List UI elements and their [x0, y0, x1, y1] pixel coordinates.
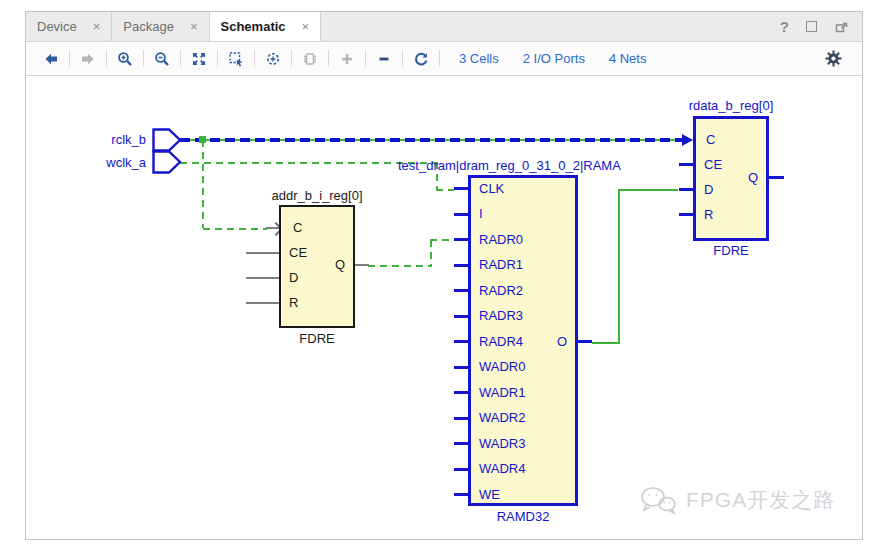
- help-icon[interactable]: ?: [780, 18, 789, 35]
- close-icon[interactable]: ×: [302, 20, 310, 33]
- maximize-icon[interactable]: [806, 21, 817, 32]
- cell-name-label: test_dram|dram_reg_0_31_0_2|RAMA: [398, 158, 621, 173]
- tab-package-label: Package: [123, 19, 174, 34]
- zoom-in-icon[interactable]: [110, 47, 140, 71]
- tab-package[interactable]: Package ×: [112, 12, 209, 41]
- nets-count: 4 Nets: [609, 51, 647, 66]
- forward-icon[interactable]: [73, 47, 103, 71]
- close-icon[interactable]: ×: [190, 20, 198, 33]
- pin-label: RADR3: [479, 308, 523, 323]
- toolbar-separator: [106, 50, 107, 67]
- watermark: FPGA开发之路: [638, 484, 835, 516]
- toolbar-separator: [180, 50, 181, 67]
- back-icon[interactable]: [36, 47, 66, 71]
- toolbar-separator: [143, 50, 144, 67]
- pin-label: WADR4: [479, 461, 525, 476]
- screenshot-root: Device × Package × Schematic × ?: [0, 0, 878, 546]
- net-rclk-b-branch-h[interactable]: [203, 228, 267, 230]
- pin-stub: [454, 238, 468, 241]
- toolbar-separator: [365, 50, 366, 67]
- input-port-icon-rclk-b[interactable]: [152, 128, 182, 152]
- cell-ram-rama[interactable]: CLK I RADR0 RADR1 RADR2 RADR3 RADR4 WADR…: [468, 175, 578, 506]
- pin-stub: [454, 340, 468, 343]
- net-junction: [199, 136, 206, 143]
- schematic-canvas[interactable]: rclk_b wclk_a C CE D R Q: [26, 76, 862, 539]
- pin-label: C: [706, 132, 715, 147]
- toolbar-separator: [402, 50, 403, 67]
- remove-icon[interactable]: [369, 47, 399, 71]
- schematic-window: Device × Package × Schematic × ?: [25, 11, 863, 540]
- expand-cone-icon[interactable]: [295, 47, 325, 71]
- tab-schematic-label: Schematic: [221, 19, 286, 34]
- pin-stub: [769, 176, 784, 179]
- net-ram-o-h1[interactable]: [592, 342, 620, 344]
- net-addr-q-v[interactable]: [430, 240, 432, 266]
- tab-bar: Device × Package × Schematic × ?: [26, 12, 862, 42]
- pin-label: C: [293, 220, 302, 235]
- toolbar-separator: [328, 50, 329, 67]
- pin-label: WADR3: [479, 436, 525, 451]
- pin-stub: [679, 188, 693, 191]
- tab-schematic[interactable]: Schematic ×: [210, 12, 322, 41]
- pin-label: CE: [704, 157, 722, 172]
- net-addr-q-h2[interactable]: [430, 239, 454, 241]
- pin-stub: [454, 468, 468, 471]
- pin-stub: [454, 391, 468, 394]
- add-icon[interactable]: [332, 47, 362, 71]
- pin-label: CE: [289, 245, 307, 260]
- gear-icon[interactable]: [818, 47, 848, 71]
- pin-stub: [355, 264, 369, 266]
- pin-stub: [454, 493, 468, 496]
- pin-stub: [454, 289, 468, 292]
- cell-type-label: RAMD32: [468, 509, 578, 524]
- input-port-icon-wclk-a[interactable]: [152, 150, 182, 174]
- pin-stub: [454, 264, 468, 267]
- tab-device-label: Device: [37, 19, 77, 34]
- pin-label: RADR4: [479, 334, 523, 349]
- pin-label: CLK: [479, 181, 504, 196]
- pin-label: RADR0: [479, 232, 523, 247]
- pin-label: WADR0: [479, 359, 525, 374]
- pin-stub: [679, 213, 693, 216]
- pin-stub: [454, 417, 468, 420]
- pin-stub: [578, 340, 592, 343]
- net-ram-o-h2[interactable]: [618, 189, 678, 191]
- pin-label: D: [704, 182, 713, 197]
- net-rclk-b-branch-v[interactable]: [202, 140, 204, 228]
- pin-label: WADR2: [479, 410, 525, 425]
- zoom-fit-icon[interactable]: [184, 47, 214, 71]
- pin-stub: [246, 277, 280, 279]
- pin-label: D: [289, 270, 298, 285]
- cell-rdata-b-reg[interactable]: C CE D R Q: [693, 116, 769, 241]
- toolbar-separator: [69, 50, 70, 67]
- pin-stub: [454, 366, 468, 369]
- pin-label: WADR1: [479, 385, 525, 400]
- watermark-text: FPGA开发之路: [686, 486, 835, 514]
- cell-addr-b-i-reg[interactable]: C CE D R Q: [279, 205, 355, 328]
- zoom-out-icon[interactable]: [147, 47, 177, 71]
- port-label-wclk-a: wclk_a: [46, 155, 146, 170]
- regenerate-icon[interactable]: [406, 47, 436, 71]
- net-rclk-b[interactable]: [180, 138, 682, 142]
- net-wclk-a-h2[interactable]: [436, 189, 454, 191]
- net-addr-q-h1[interactable]: [368, 265, 432, 267]
- pin-label: R: [289, 295, 298, 310]
- toolbar-separator: [291, 50, 292, 67]
- toolbar-separator: [217, 50, 218, 67]
- pin-label: WE: [479, 487, 500, 502]
- pin-label: I: [479, 206, 483, 221]
- cells-count: 3 Cells: [459, 51, 499, 66]
- wechat-icon: [638, 484, 678, 516]
- pin-label: O: [557, 334, 567, 349]
- pin-stub: [454, 213, 468, 216]
- zoom-selection-icon[interactable]: [221, 47, 251, 71]
- float-window-icon[interactable]: [834, 20, 848, 34]
- pin-stub: [454, 187, 468, 190]
- pin-label: R: [704, 207, 713, 222]
- pin-label: Q: [748, 170, 758, 185]
- net-ram-o-v[interactable]: [618, 190, 620, 343]
- schematic-stats: 3 Cells 2 I/O Ports 4 Nets: [459, 51, 646, 66]
- close-icon[interactable]: ×: [93, 20, 101, 33]
- autofit-selection-icon[interactable]: [258, 47, 288, 71]
- tab-device[interactable]: Device ×: [26, 12, 112, 41]
